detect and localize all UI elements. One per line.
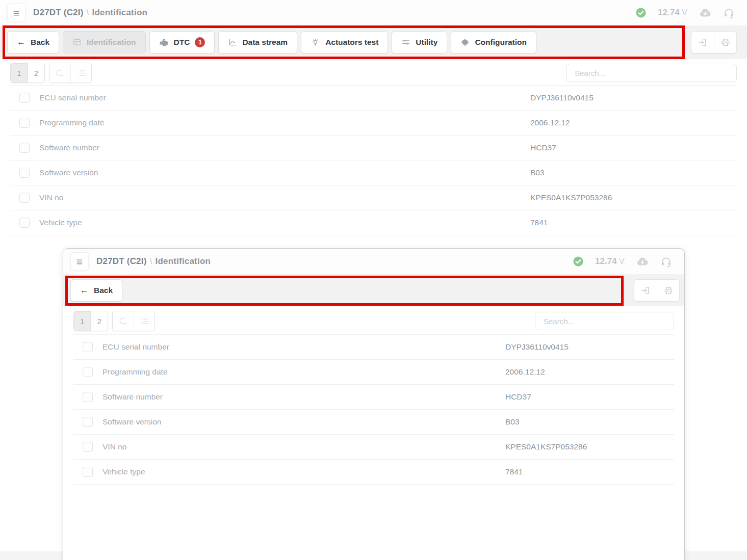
list-view-button[interactable] [134, 311, 154, 331]
row-value: 2006.12.12 [530, 118, 570, 127]
voltage-unit: V [619, 256, 625, 266]
menu-icon: ≡ [76, 256, 83, 267]
row-value: B03 [505, 417, 520, 426]
row-label: VIN no [39, 193, 63, 202]
row-label: Programming date [39, 118, 105, 127]
list-view-icon [140, 316, 149, 326]
row-label: VIN no [102, 442, 126, 451]
tab-identification[interactable]: Identification [63, 31, 145, 54]
headset-icon[interactable] [660, 256, 672, 268]
dtc-count-badge: 1 [195, 37, 205, 47]
toolbar-right-actions [634, 279, 680, 302]
row-checkbox[interactable] [19, 93, 30, 103]
tab-dtc[interactable]: DTC 1 [149, 31, 215, 54]
row-label: Software number [39, 143, 99, 152]
tab-actuators-test-label: Actuators test [325, 38, 378, 47]
row-checkbox[interactable] [19, 193, 30, 203]
table-row: Programming date 2006.12.12 [73, 360, 674, 385]
table-row: Software version B03 [73, 410, 674, 435]
header-status-area: 12.74V [635, 7, 735, 19]
inset-app-header: ≡ D27DT (C2I)\Identification 12.74V [63, 249, 684, 274]
tab-configuration[interactable]: Configuration [451, 31, 536, 54]
row-label: Vehicle type [102, 467, 145, 476]
row-checkbox[interactable] [83, 367, 93, 377]
tab-utility-label: Utility [416, 38, 437, 47]
puzzle-icon [460, 38, 470, 47]
tab-utility[interactable]: Utility [392, 31, 447, 54]
inset-toolbar: ← Back [63, 274, 684, 306]
header-status-area: 12.74V [573, 256, 672, 268]
back-button-label: Back [94, 286, 113, 295]
row-checkbox[interactable] [19, 143, 30, 153]
exit-session-button[interactable] [691, 32, 714, 53]
table-row: Software version B03 [10, 161, 737, 185]
inset-panel: ≡ D27DT (C2I)\Identification 12.74V [63, 248, 685, 560]
breadcrumb-separator: \ [150, 256, 152, 266]
row-checkbox[interactable] [83, 392, 93, 402]
pagination: 1 2 [10, 63, 45, 83]
search-input[interactable] [535, 312, 674, 330]
clear-refresh-button[interactable] [49, 63, 70, 83]
row-value: 2006.12.12 [505, 367, 545, 377]
tab-data-stream-label: Data stream [242, 38, 288, 47]
page-button-1[interactable]: 1 [74, 311, 91, 331]
tab-data-stream[interactable]: Data stream [218, 31, 297, 54]
exit-session-button[interactable] [634, 280, 657, 301]
headset-icon[interactable] [723, 7, 735, 19]
identification-table: ECU serial number DYPJ36110v0415 Program… [10, 85, 737, 235]
breadcrumb: D27DT (C2I)\Identification [96, 256, 211, 266]
cloud-download-icon[interactable] [699, 7, 712, 18]
toolbar: ← Back Identification DTC 1 Dat [0, 25, 747, 59]
row-checkbox[interactable] [83, 417, 93, 427]
menu-button[interactable]: ≡ [70, 252, 89, 271]
page-button-1[interactable]: 1 [11, 63, 28, 83]
menu-button[interactable]: ≡ [7, 4, 25, 22]
refresh-cancel-icon [55, 68, 65, 78]
row-checkbox[interactable] [83, 442, 93, 452]
pagination: 1 2 [73, 311, 108, 331]
row-value: HCD37 [505, 392, 531, 402]
back-button-label: Back [31, 38, 49, 47]
voltage-value: 12.74 [595, 256, 617, 266]
row-checkbox[interactable] [19, 218, 30, 228]
breadcrumb-module: D27DT (C2I) [96, 256, 147, 266]
row-checkbox[interactable] [19, 118, 30, 128]
print-button[interactable] [714, 32, 736, 53]
identification-table: ECU serial number DYPJ36110v0415 Program… [73, 334, 674, 485]
battery-voltage: 12.74V [595, 256, 625, 266]
page-button-2[interactable]: 2 [91, 311, 108, 331]
table-row: VIN no KPES0A1KS7P053286 [73, 435, 674, 460]
inset-list-controls: 1 2 [63, 306, 684, 334]
row-checkbox[interactable] [83, 467, 93, 477]
tab-actuators-test[interactable]: Actuators test [301, 31, 388, 54]
search-input[interactable] [566, 64, 737, 82]
toolbar-right-actions [691, 31, 737, 54]
clear-refresh-button[interactable] [113, 311, 134, 331]
printer-icon [663, 285, 674, 296]
breadcrumb: D27DT (C2I)\Identification [33, 8, 147, 18]
row-value: 7841 [530, 218, 548, 227]
row-checkbox[interactable] [19, 168, 30, 178]
row-value: B03 [530, 168, 545, 177]
row-label: ECU serial number [102, 342, 169, 352]
list-view-icon [76, 68, 86, 78]
print-button[interactable] [657, 280, 679, 301]
back-button[interactable]: ← Back [7, 31, 59, 54]
breadcrumb-section: Identification [92, 8, 148, 17]
view-tools [112, 311, 155, 331]
voltage-unit: V [682, 8, 687, 17]
list-view-button[interactable] [70, 63, 91, 83]
row-label: Software version [39, 168, 98, 177]
page-button-2[interactable]: 2 [28, 63, 44, 83]
menu-icon: ≡ [13, 8, 19, 18]
sliders-icon [401, 38, 410, 47]
table-row: Software number HCD37 [73, 385, 674, 410]
connection-check-icon [573, 256, 584, 267]
row-checkbox[interactable] [83, 342, 93, 352]
logout-icon [640, 285, 651, 296]
back-button[interactable]: ← Back [70, 279, 122, 302]
cloud-download-icon[interactable] [636, 256, 649, 267]
table-row: Vehicle type 7841 [73, 460, 674, 485]
bulb-icon [311, 38, 320, 47]
tab-identification-label: Identification [87, 38, 136, 47]
